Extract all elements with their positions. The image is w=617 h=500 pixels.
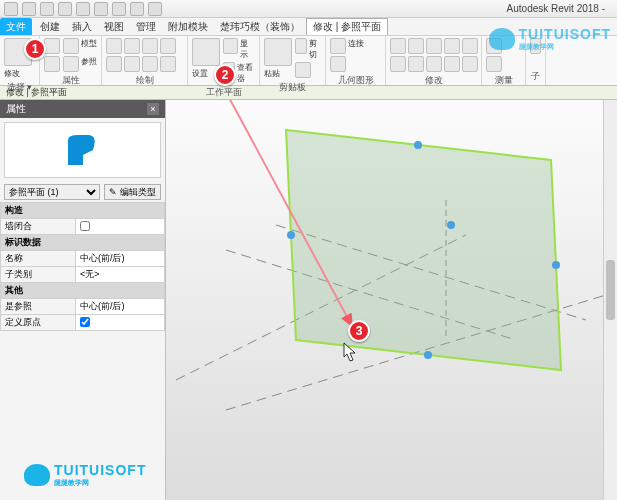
m9[interactable]	[444, 56, 460, 72]
properties-sidebar: 属性 × 参照平面 (1) ✎ 编辑类型 构造 墙闭合 标识数据 名称中心(前/…	[0, 100, 166, 500]
menu-manage[interactable]: 管理	[130, 18, 162, 35]
elephant-icon	[24, 464, 50, 486]
geom-2[interactable]	[330, 56, 346, 72]
panel-title-modify: 修改	[390, 72, 477, 87]
def-origin-check[interactable]	[80, 317, 90, 327]
marker-2: 2	[214, 64, 236, 86]
prop-name-val[interactable]: 中心(前/后)	[75, 251, 164, 267]
prop-subcat-val[interactable]: <无>	[75, 267, 164, 283]
marker-1: 1	[24, 38, 46, 60]
m5[interactable]	[462, 38, 478, 54]
close-icon[interactable]: ×	[147, 103, 159, 115]
cut-icon[interactable]	[295, 38, 307, 54]
panel-title-draw: 绘制	[106, 72, 183, 87]
qat-undo[interactable]	[40, 2, 54, 16]
watermark-top: TUITUISOFT腿腿教学网	[489, 26, 611, 52]
menu-addins[interactable]: 附加模块	[162, 18, 214, 35]
svg-point-6	[414, 141, 422, 149]
ribbon-panel-clipboard: 粘贴 剪切 剪贴板	[260, 36, 326, 85]
props-btn-1[interactable]	[44, 38, 60, 54]
panel-title-geometry: 几何图形	[330, 72, 381, 87]
prop-isref: 是参照	[1, 299, 76, 315]
titlebar: Autodesk Revit 2018 -	[0, 0, 617, 18]
context-label: 修改 | 参照平面	[6, 86, 67, 99]
set-workplane[interactable]	[192, 38, 220, 66]
panel-title-measure: 测量	[486, 72, 521, 87]
marker-3: 3	[348, 320, 370, 342]
m10[interactable]	[462, 56, 478, 72]
scrollbar-thumb[interactable]	[606, 260, 615, 320]
m8[interactable]	[426, 56, 442, 72]
menu-lumion[interactable]: 楚玮巧模（装饰）	[214, 18, 306, 35]
draw-line[interactable]	[106, 38, 122, 54]
ref-icon[interactable]	[63, 56, 79, 72]
menu-modify[interactable]: 修改 | 参照平面	[306, 18, 388, 35]
m2[interactable]	[408, 38, 424, 54]
ribbon-panel-draw: 绘制	[102, 36, 188, 85]
prop-deforigin: 定义原点	[1, 315, 76, 331]
draw-arc[interactable]	[106, 56, 122, 72]
show-icon[interactable]	[223, 38, 238, 54]
model-icon[interactable]	[63, 38, 79, 54]
app-title: Autodesk Revit 2018 -	[507, 3, 605, 14]
copy-icon[interactable]	[295, 62, 311, 78]
qat-print[interactable]	[76, 2, 90, 16]
properties-table: 构造 墙闭合 标识数据 名称中心(前/后) 子类别<无> 其他 是参照中心(前/…	[0, 202, 165, 331]
join-icon[interactable]	[330, 38, 346, 54]
m1[interactable]	[390, 38, 406, 54]
paste-btn[interactable]	[264, 38, 292, 66]
panel-title-workplane: 工作平面	[192, 84, 255, 99]
m7[interactable]	[408, 56, 424, 72]
main: 属性 × 参照平面 (1) ✎ 编辑类型 构造 墙闭合 标识数据 名称中心(前/…	[0, 100, 617, 500]
qat-more-2[interactable]	[112, 2, 126, 16]
type-selector[interactable]: 参照平面 (1)	[4, 184, 100, 200]
viewport[interactable]	[166, 100, 617, 500]
svg-marker-5	[286, 130, 561, 370]
m3[interactable]	[426, 38, 442, 54]
properties-header: 属性 ×	[0, 100, 165, 118]
m4[interactable]	[444, 38, 460, 54]
draw-poly[interactable]	[142, 38, 158, 54]
svg-point-8	[424, 351, 432, 359]
ribbon-panel-geometry: 连接 几何图形	[326, 36, 386, 85]
sec-id: 标识数据	[1, 235, 165, 251]
sec-construction: 构造	[1, 203, 165, 219]
menu-view[interactable]: 视图	[98, 18, 130, 35]
draw-ellipse[interactable]	[142, 56, 158, 72]
prop-isref-val[interactable]: 中心(前/后)	[75, 299, 164, 315]
qat-more-3[interactable]	[130, 2, 144, 16]
menu-create[interactable]: 创建	[34, 18, 66, 35]
draw-pick[interactable]	[160, 56, 176, 72]
qat-save[interactable]	[22, 2, 36, 16]
edit-type-button[interactable]: ✎ 编辑类型	[104, 184, 161, 200]
panel-title-props: 属性	[44, 72, 97, 87]
props-btn-2[interactable]	[44, 56, 60, 72]
vertical-scrollbar[interactable]	[603, 100, 617, 500]
qat-more-1[interactable]	[94, 2, 108, 16]
qat-redo[interactable]	[58, 2, 72, 16]
m6[interactable]	[390, 56, 406, 72]
draw-circle[interactable]	[160, 38, 176, 54]
svg-point-10	[447, 221, 455, 229]
draw-spline[interactable]	[124, 56, 140, 72]
qat-open[interactable]	[4, 2, 18, 16]
svg-point-9	[287, 231, 295, 239]
elephant-icon	[489, 28, 515, 50]
prop-subcat: 子类别	[1, 267, 76, 283]
watermark-bottom: TUITUISOFT腿腿教学网	[24, 462, 146, 488]
ribbon-panel-modify: 修改	[386, 36, 482, 85]
draw-rect[interactable]	[124, 38, 140, 54]
measure-2[interactable]	[486, 56, 502, 72]
type-selector-row: 参照平面 (1) ✎ 编辑类型	[0, 182, 165, 202]
panel-title-sub: 子	[530, 68, 541, 83]
prop-wall-closure: 墙闭合	[1, 219, 76, 235]
menu-insert[interactable]: 插入	[66, 18, 98, 35]
svg-point-7	[552, 261, 560, 269]
qat-more-4[interactable]	[148, 2, 162, 16]
menu-file[interactable]: 文件	[0, 18, 32, 35]
quick-access-toolbar	[4, 2, 162, 16]
type-preview	[4, 122, 161, 178]
wall-closure-check[interactable]	[80, 221, 90, 231]
model-svg	[166, 100, 617, 500]
ribbon-panel-properties: 模型参照 属性	[40, 36, 102, 85]
